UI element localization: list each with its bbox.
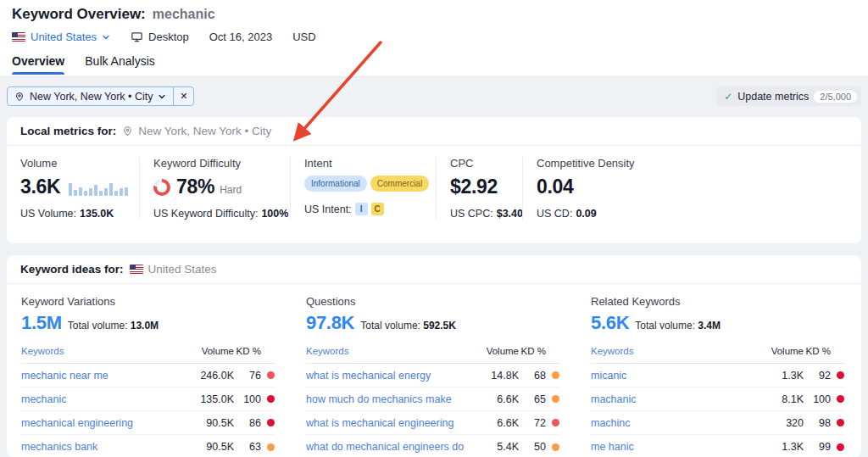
intent-metric: Intent Informational Commercial US Inten… <box>290 157 436 220</box>
table-row: micanic 1.3K 92 <box>591 364 844 387</box>
cd-label: Competitive Density <box>537 157 678 170</box>
volume-cell: 6.6K <box>473 417 519 429</box>
database-label: United States <box>31 31 97 43</box>
location-pin-icon <box>122 125 133 137</box>
local-metrics-header: Local metrics for: New York, New York • … <box>7 117 861 146</box>
kd-cell: 50 <box>519 441 546 453</box>
keyword-link[interactable]: micanic <box>591 370 758 382</box>
us-flag-icon <box>130 265 143 274</box>
cpc-metric: CPC $2.92 US CPC:$3.40 <box>436 157 522 220</box>
us-intent-badge-c: C <box>371 203 384 215</box>
volume-cell: 90.5K <box>188 441 234 453</box>
keyword-ideas-title: Keyword ideas for: <box>20 263 124 276</box>
kd-label: Keyword Difficulty <box>153 157 276 170</box>
kd-dot <box>837 371 844 379</box>
volume-label: Volume <box>20 157 125 170</box>
local-metrics-location: New York, New York • City <box>122 125 271 137</box>
table-row: mechanic near me 246.0K 76 <box>21 364 275 387</box>
kd-cell: 100 <box>804 393 831 405</box>
us-cpc-foot: US CPC:$3.40 <box>450 208 509 220</box>
keywords-header[interactable]: Keywords <box>306 346 473 356</box>
kd-donut-gauge <box>153 179 170 196</box>
tab-bulk-analysis[interactable]: Bulk Analysis <box>85 54 154 75</box>
related-total: Total volume: 3.4M <box>635 320 721 332</box>
kd-cell: 76 <box>234 370 261 382</box>
table-row: what do mechanical engineers do 5.4K 50 <box>306 435 559 457</box>
column-title: Related Keywords <box>591 295 844 308</box>
metrics-row: Volume 3.6K US Volume:135.0K Keyword Dif… <box>7 146 861 220</box>
table-row: what is mechanical energy 14.8K 68 <box>306 364 559 387</box>
keyword-link[interactable]: how much do mechanics make <box>306 393 473 405</box>
keyword-ideas-location-label: United States <box>148 263 217 276</box>
keyword-link[interactable]: mechanics bank <box>21 441 188 453</box>
volume-value: 3.6K <box>20 176 60 198</box>
keywords-header[interactable]: Keywords <box>591 346 758 356</box>
keywords-header[interactable]: Keywords <box>21 346 188 356</box>
keyword-link[interactable]: machinc <box>591 417 758 429</box>
us-kd-foot: US Keyword Difficulty:100% <box>153 208 276 220</box>
kd-cell: 99 <box>804 441 831 453</box>
table-header: Keywords Volume KD % <box>306 346 559 364</box>
location-chip-close-icon[interactable]: ✕ <box>173 87 193 105</box>
keyword-link[interactable]: what is mechanical engineering <box>306 417 473 429</box>
tab-bar: Overview Bulk Analysis <box>12 54 856 75</box>
update-metrics-quota: 2/5,000 <box>814 91 857 103</box>
keyword-link[interactable]: me hanic <box>591 441 758 453</box>
update-metrics-button[interactable]: ✓ Update metrics 2/5,000 <box>716 86 861 106</box>
location-chip-select[interactable]: New York, New York • City <box>8 91 173 103</box>
database-select[interactable]: United States <box>12 31 110 43</box>
volume-header[interactable]: Volume <box>188 346 234 356</box>
keyword-link[interactable]: mechanic <box>21 393 188 405</box>
questions-count[interactable]: 97.8K <box>306 312 354 334</box>
keyword-link[interactable]: mechanical engineering <box>21 417 188 429</box>
tab-overview[interactable]: Overview <box>12 54 64 75</box>
volume-header[interactable]: Volume <box>758 346 804 356</box>
page-title: Keyword Overview: <box>12 6 146 23</box>
main-content: New York, New York • City ✕ ✓ Update met… <box>0 77 868 457</box>
location-chip-label: New York, New York • City <box>30 91 153 103</box>
device-select[interactable]: Desktop <box>131 31 189 43</box>
related-count[interactable]: 5.6K <box>591 312 629 334</box>
volume-cell: 5.4K <box>473 441 519 453</box>
kd-header[interactable]: KD % <box>519 346 546 356</box>
variations-count[interactable]: 1.5M <box>21 312 62 334</box>
page-keyword: mechanic <box>153 7 215 22</box>
table-row: mechanic 135.0K 100 <box>21 387 275 411</box>
table-row: me hanic 1.3K 99 <box>591 435 844 457</box>
kd-cell: 72 <box>519 417 546 429</box>
keyword-link[interactable]: what do mechanical engineers do <box>306 441 473 453</box>
us-volume-foot: US Volume:135.0K <box>20 208 125 220</box>
date-select[interactable]: Oct 16, 2023 <box>209 31 272 43</box>
keyword-ideas-location: United States <box>130 263 217 276</box>
us-intent-foot: US Intent: I C <box>304 203 422 215</box>
volume-cell: 14.8K <box>473 370 519 382</box>
related-keywords-column: Related Keywords 5.6K Total volume: 3.4M… <box>576 284 861 457</box>
volume-cell: 8.1K <box>758 393 804 405</box>
currency-select[interactable]: USD <box>292 31 315 43</box>
kd-cell: 98 <box>804 417 831 429</box>
kd-header[interactable]: KD % <box>804 346 831 356</box>
kd-header[interactable]: KD % <box>234 346 261 356</box>
table-row: machanic 8.1K 100 <box>591 387 844 411</box>
keyword-link[interactable]: machanic <box>591 393 758 405</box>
table-row: how much do mechanics make 6.6K 65 <box>306 387 559 411</box>
kd-dot <box>552 419 559 426</box>
keyword-ideas-body: Keyword Variations 1.5M Total volume: 13… <box>7 284 861 457</box>
keyword-link[interactable]: what is mechanical energy <box>306 370 473 382</box>
keyword-difficulty-metric: Keyword Difficulty 78% Hard US Keyword D… <box>139 157 290 220</box>
local-metrics-location-label: New York, New York • City <box>138 125 271 137</box>
keyword-link[interactable]: mechanic near me <box>21 370 188 382</box>
kd-cell: 100 <box>234 393 261 405</box>
kd-cell: 65 <box>519 393 546 405</box>
volume-header[interactable]: Volume <box>473 346 519 356</box>
volume-cell: 6.6K <box>473 393 519 405</box>
keyword-variations-column: Keyword Variations 1.5M Total volume: 13… <box>7 284 292 457</box>
cpc-value: $2.92 <box>450 176 498 198</box>
local-metrics-title: Local metrics for: <box>20 125 116 137</box>
local-metrics-card: Local metrics for: New York, New York • … <box>7 117 861 243</box>
meta-row: United States Desktop Oct 16, 2023 USD <box>12 31 856 43</box>
volume-cell: 135.0K <box>188 393 234 405</box>
volume-cell: 1.3K <box>758 370 804 382</box>
kd-cell: 63 <box>234 441 261 453</box>
volume-cell: 320 <box>758 417 804 429</box>
